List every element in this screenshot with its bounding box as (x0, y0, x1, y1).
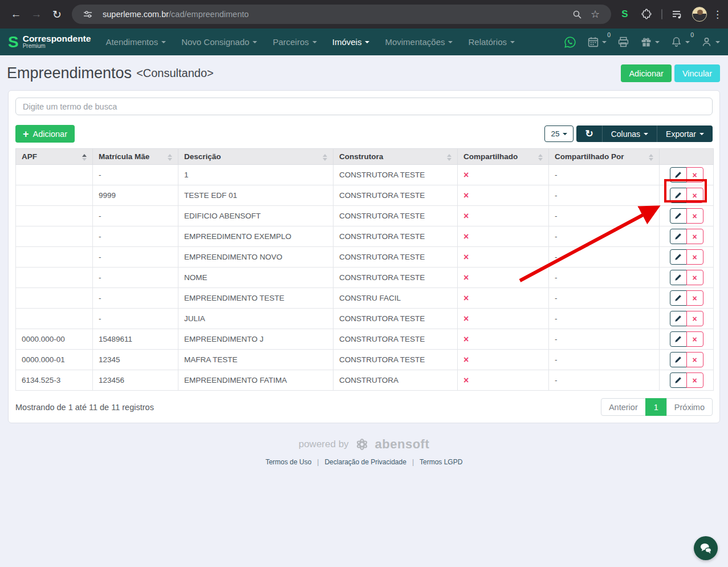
page-1-button[interactable]: 1 (645, 398, 667, 416)
cell-compartilhado-por: - (549, 329, 660, 350)
edit-button[interactable] (670, 352, 687, 367)
edit-button[interactable] (670, 167, 687, 183)
export-dropdown-button[interactable]: Exportar (657, 125, 713, 142)
column-header-apf[interactable]: APF (16, 149, 93, 165)
sort-icon (168, 154, 172, 161)
vincular-button[interactable]: Vincular (674, 64, 720, 82)
address-bar[interactable]: superleme.com.br/cad/empreendimento ☆ (72, 5, 611, 24)
calendar-icon[interactable]: 0 (587, 36, 607, 48)
cell-construtora: CONSTRUTORA TESTE (334, 309, 458, 329)
search-input[interactable] (15, 98, 713, 115)
delete-button[interactable]: × (686, 270, 703, 285)
table-row: - EMPREENDIMENTO TESTE CONSTRU FACIL × -… (16, 288, 714, 309)
column-header-compartilhado[interactable]: Compartilhado (458, 149, 549, 165)
edit-button[interactable] (670, 229, 687, 244)
delete-x-icon: × (692, 212, 697, 221)
edit-button[interactable] (670, 249, 687, 265)
delete-button[interactable]: × (686, 311, 703, 326)
edit-button[interactable] (670, 208, 687, 224)
site-info-icon[interactable] (79, 9, 97, 19)
cell-construtora: CONSTRUTORA TESTE (334, 350, 458, 370)
cell-descricao: NOME (178, 268, 334, 288)
not-shared-x-icon: × (463, 355, 469, 364)
previous-page-button[interactable]: Anterior (601, 398, 646, 416)
browser-reload-button[interactable]: ↻ (47, 4, 67, 25)
printer-icon[interactable] (617, 36, 629, 48)
pagination: Mostrando de 1 até 11 de 11 registros An… (15, 398, 713, 416)
edit-button[interactable] (670, 331, 687, 347)
menu-item-imoveis[interactable]: Imóveis (332, 37, 370, 47)
cell-descricao: EMPREENDIMENTO FATIMA (178, 370, 334, 391)
cell-apf (16, 309, 93, 329)
page-mode-label: <Consultando> (136, 67, 214, 80)
menu-item-novo-consignado[interactable]: Novo Consignado (181, 37, 257, 47)
column-header-compartilhado-por[interactable]: Compartilhado Por (549, 149, 660, 165)
cell-actions: × (660, 370, 714, 391)
termos-lgpd-link[interactable]: Termos LGPD (420, 458, 462, 466)
plus-icon: + (23, 129, 29, 139)
menu-item-movimentacoes[interactable]: Movimentações (385, 37, 453, 47)
edit-button[interactable] (670, 372, 687, 388)
delete-button[interactable]: × (686, 188, 703, 203)
edit-button[interactable] (670, 188, 687, 203)
menu-item-atendimentos[interactable]: Atendimentos (105, 37, 166, 47)
zoom-icon[interactable] (568, 10, 586, 19)
cell-compartilhado-por: - (549, 268, 660, 288)
not-shared-x-icon: × (463, 334, 469, 344)
delete-button[interactable]: × (686, 229, 703, 244)
delete-button[interactable]: × (686, 167, 703, 183)
menu-item-relatorios[interactable]: Relatórios (468, 37, 515, 47)
cell-actions: × (660, 226, 714, 247)
delete-button[interactable]: × (686, 352, 703, 367)
pencil-icon (674, 212, 682, 220)
whatsapp-icon[interactable] (564, 36, 576, 48)
bell-icon[interactable]: 0 (670, 36, 690, 48)
chat-bubbles-icon (698, 541, 713, 556)
cell-compartilhado: × (458, 185, 549, 206)
column-header-construtora[interactable]: Construtora (334, 149, 458, 165)
delete-button[interactable]: × (686, 372, 703, 388)
chevron-down-icon (448, 41, 453, 43)
browser-menu-icon[interactable]: ⋮ (713, 9, 722, 21)
gift-icon[interactable] (640, 36, 660, 48)
chat-button[interactable] (694, 536, 718, 560)
adicionar-button[interactable]: Adicionar (621, 64, 671, 82)
extensions-puzzle-icon[interactable] (637, 9, 656, 20)
cell-compartilhado-por: - (549, 185, 660, 206)
column-header-matricula-mae[interactable]: Matrícula Mãe (93, 149, 178, 165)
bookmark-star-icon[interactable]: ☆ (586, 8, 604, 21)
edit-button[interactable] (670, 290, 687, 306)
url-text: superleme.com.br/cad/empreendimento (103, 10, 249, 19)
not-shared-x-icon: × (463, 232, 469, 241)
add-record-button[interactable]: + Adicionar (15, 125, 75, 143)
browser-forward-button[interactable]: → (26, 4, 47, 25)
refresh-button[interactable]: ↻ (576, 125, 601, 142)
menu-item-parceiros[interactable]: Parceiros (273, 37, 316, 47)
user-icon[interactable] (701, 36, 720, 48)
delete-button[interactable]: × (686, 331, 703, 347)
delete-button[interactable]: × (686, 249, 703, 265)
delete-button[interactable]: × (686, 208, 703, 224)
media-controls-icon[interactable] (668, 9, 686, 20)
delete-button[interactable]: × (686, 290, 703, 306)
cell-descricao: EMPREENDIMENTO J (178, 329, 334, 350)
page-size-select[interactable]: 25 (544, 125, 574, 142)
pencil-icon (674, 356, 682, 363)
cell-matricula-mae: - (93, 288, 178, 309)
bell-badge: 0 (690, 31, 694, 38)
declaracao-privacidade-link[interactable]: Declaração de Privacidade (324, 458, 406, 466)
next-page-button[interactable]: Próximo (666, 398, 713, 416)
table-row: - NOME CONSTRUTORA TESTE × - × (16, 268, 714, 288)
cell-apf (16, 268, 93, 288)
superleme-extension-icon[interactable]: S (618, 7, 632, 21)
edit-button[interactable] (670, 311, 687, 326)
not-shared-x-icon: × (463, 314, 469, 323)
termos-de-uso-link[interactable]: Termos de Uso (266, 458, 312, 466)
cell-matricula-mae: - (93, 165, 178, 185)
edit-button[interactable] (670, 270, 687, 285)
browser-back-button[interactable]: ← (6, 4, 26, 25)
column-header-descricao[interactable]: Descrição (178, 149, 334, 165)
columns-dropdown-button[interactable]: Colunas (602, 125, 657, 142)
browser-profile-avatar[interactable] (692, 7, 707, 22)
brand-logo[interactable]: S Correspondente Premium (8, 34, 91, 50)
